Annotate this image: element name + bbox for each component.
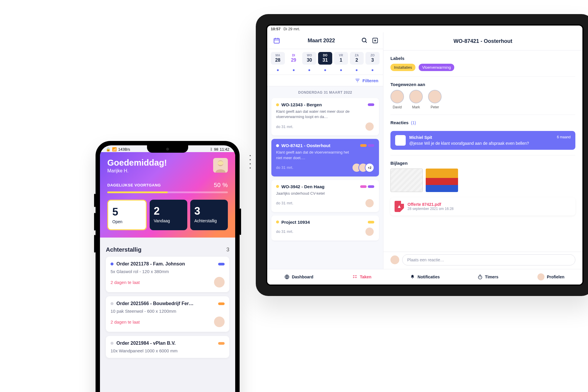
- day-number: 29: [287, 58, 300, 63]
- assignee-david[interactable]: David: [390, 90, 404, 109]
- task-card[interactable]: WO-12343 - BergenKlant geeft aan dat wat…: [271, 98, 379, 135]
- attachment-floorplan[interactable]: [390, 169, 423, 192]
- pdf-icon: ▲: [395, 201, 404, 212]
- assignee-avatar[interactable]: [214, 277, 225, 287]
- attachment-pdf[interactable]: ▲ Offerte 87421.pdf 28 september 2021 om…: [390, 197, 575, 216]
- tab-notificaties[interactable]: Notificaties: [393, 269, 456, 285]
- svg-rect-1: [274, 38, 279, 43]
- status-dot-icon: [276, 221, 279, 223]
- calendar-icon[interactable]: [272, 36, 281, 45]
- greeting: Goedemiddag!: [107, 158, 167, 168]
- stat-open[interactable]: 5 Open: [107, 200, 147, 230]
- order-title: Order 2021984 - vPlan B.V.: [116, 341, 176, 346]
- stat-open-num: 5: [112, 206, 142, 218]
- stopwatch-icon: [477, 274, 483, 280]
- order-title: Order 2021178 - Fam. Johnson: [116, 261, 185, 267]
- phone-notch: [147, 145, 188, 153]
- day-cell[interactable]: DI29: [287, 52, 301, 65]
- add-icon[interactable]: [372, 37, 378, 44]
- task-list[interactable]: DONDERDAG 31 MAART 2022 WO-12343 - Berge…: [267, 86, 383, 269]
- stat-overdue-num: 3: [194, 205, 224, 217]
- stat-today-num: 2: [154, 205, 183, 217]
- order-late: 2 dagen te laat: [111, 319, 140, 324]
- day-number: 3: [366, 58, 379, 63]
- tab-dashboard[interactable]: Dashboard: [267, 269, 330, 285]
- order-card[interactable]: Order 2021178 - Fam. Johnson 5x Glaswol …: [106, 257, 229, 292]
- task-desc: Jaarlijks onderhoud CV-ketel: [276, 191, 353, 196]
- day-cell[interactable]: MA28: [271, 52, 285, 65]
- tab-label: Dashboard: [292, 275, 313, 279]
- tablet-device: 10:57 Di 29 mrt. Maart 2022: [256, 14, 588, 296]
- tab-profielen[interactable]: Profielen: [519, 269, 582, 285]
- user-name: Marijke H.: [107, 168, 167, 174]
- day-number: 31: [319, 58, 332, 63]
- stat-overdue-label: Achterstallig: [194, 218, 224, 223]
- activity-dot-icon: [356, 69, 358, 71]
- phone-volume-up[interactable]: [94, 213, 96, 231]
- assignee-name: David: [393, 105, 402, 109]
- stat-open-label: Open: [112, 219, 142, 224]
- stat-today[interactable]: 2 Vandaag: [150, 200, 187, 230]
- tab-taken[interactable]: Taken: [330, 269, 393, 285]
- task-card[interactable]: Project 10934do 31 mrt.: [271, 216, 379, 240]
- search-icon[interactable]: [361, 37, 368, 44]
- status-time: 11:42: [220, 147, 229, 152]
- tablet-side-dots: [249, 155, 251, 169]
- reactions-count: (1): [411, 120, 416, 125]
- orders-list: Achterstallig 3 Order 2021178 - Fam. Joh…: [100, 238, 235, 366]
- user-avatar[interactable]: [213, 158, 228, 173]
- dashboard-hero: Goedemiddag! Marijke H. DAGELIJKSE VOORT…: [100, 152, 235, 238]
- day-cell[interactable]: WO30: [302, 52, 316, 65]
- task-card[interactable]: WO-87421 - OosterhoutKlant geeft aan dat…: [271, 139, 379, 176]
- reply-row: Plaats een reactie…: [383, 252, 582, 269]
- day-cell[interactable]: ZO3: [365, 52, 380, 65]
- order-desc: 10x Wandpaneel 1000 x 6000 mm: [111, 348, 225, 353]
- reaction-text: @jesse Wil je de klant voorafgaand aan d…: [409, 141, 529, 146]
- task-list-date: DONDERDAG 31 MAART 2022: [271, 90, 379, 95]
- tag-pill-icon: [368, 103, 374, 106]
- week-dot-row: [267, 66, 383, 75]
- day-number: 28: [271, 58, 284, 63]
- label-chip-vloerverwarming[interactable]: Vloerverwarming: [419, 64, 455, 71]
- tag-pill-icon: [218, 302, 225, 305]
- list-count: 3: [226, 247, 229, 253]
- battery-pct: 98: [214, 147, 218, 152]
- day-cell[interactable]: DO31: [318, 52, 332, 65]
- reply-input[interactable]: Plaats een reactie…: [402, 254, 575, 265]
- task-date: do 31 mrt.: [276, 229, 293, 234]
- task-avatar: [365, 227, 374, 236]
- day-of-week: DI: [287, 54, 300, 57]
- label-chip-installaties[interactable]: Installaties: [390, 64, 415, 71]
- order-card[interactable]: Order 2021566 - Bouwbedrijf Fer… 10 pak …: [106, 296, 229, 332]
- day-of-week: ZA: [350, 54, 363, 57]
- reply-avatar: [390, 255, 399, 264]
- phone-volume-down[interactable]: [94, 235, 96, 253]
- day-number: 2: [350, 58, 363, 63]
- reactions-section-title: Reacties: [390, 120, 409, 125]
- reaction-card[interactable]: Michiel Spit @jesse Wil je de klant voor…: [390, 131, 575, 150]
- attachment-pipes[interactable]: [426, 169, 458, 192]
- task-list-panel: Maart 2022 MA28DI29WO30DO31VR1ZA2ZO3: [267, 32, 383, 269]
- day-cell[interactable]: VR1: [334, 52, 348, 65]
- activity-dot-icon: [324, 69, 326, 71]
- task-title: Project 10934: [281, 220, 310, 225]
- assigned-section-title: Toegewezen aan: [390, 82, 575, 87]
- assignee-avatar[interactable]: [214, 317, 225, 327]
- tag-pill-icon: [360, 144, 367, 147]
- tablet-screen: 10:57 Di 29 mrt. Maart 2022: [267, 26, 582, 285]
- order-desc: 10 pak Steenwol - 600 x 1200mm: [111, 309, 225, 314]
- profile-avatar-icon: [537, 273, 544, 280]
- assignee-mark[interactable]: Mark: [409, 90, 423, 109]
- stat-overdue[interactable]: 3 Achterstallig: [190, 200, 228, 230]
- assignee-peter[interactable]: Peter: [428, 90, 442, 109]
- phone-mute-switch[interactable]: [94, 194, 96, 207]
- task-avatar: [365, 122, 374, 131]
- progress-fill: [107, 191, 168, 193]
- day-cell[interactable]: ZA2: [350, 52, 364, 65]
- filter-button[interactable]: Filteren: [267, 75, 383, 86]
- tab-timers[interactable]: Timers: [456, 269, 519, 285]
- task-card[interactable]: WO-3942 - Den HaagJaarlijks onderhoud CV…: [271, 180, 379, 212]
- phone-power-button[interactable]: [240, 208, 241, 235]
- order-card[interactable]: Order 2021984 - vPlan B.V. 10x Wandpanee…: [106, 336, 229, 358]
- pdf-filename: Offerte 87421.pdf: [407, 202, 454, 207]
